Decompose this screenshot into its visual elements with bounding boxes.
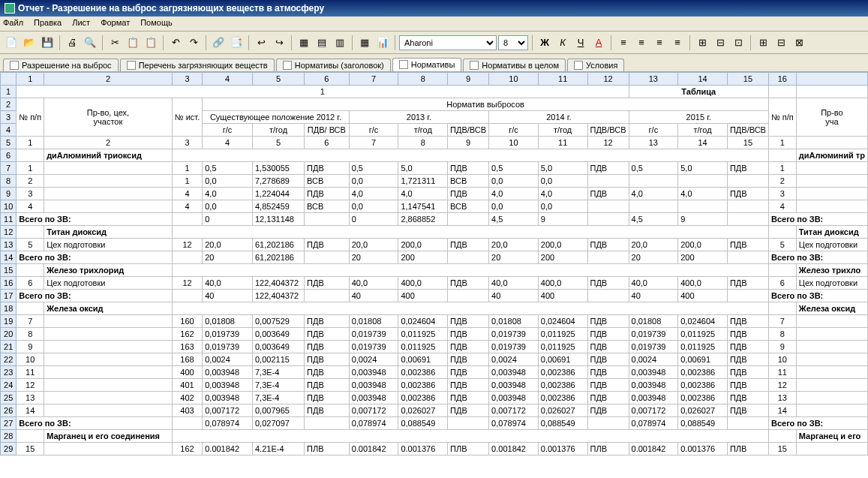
cell[interactable]: 400 <box>172 366 202 379</box>
cell[interactable] <box>796 200 867 213</box>
cell[interactable]: 4 <box>203 137 253 149</box>
tb-b3[interactable]: ⊠ <box>791 35 807 51</box>
cell[interactable]: ПДВ <box>727 379 768 392</box>
cell[interactable]: 0,019739 <box>203 328 253 341</box>
cell[interactable]: 0,007172 <box>349 404 398 417</box>
cell[interactable]: 0,019739 <box>349 328 398 341</box>
cell[interactable]: 25 <box>1 392 17 404</box>
tb-paste[interactable]: 📋 <box>143 35 159 51</box>
cell[interactable]: 0,026027 <box>398 404 448 417</box>
cell[interactable] <box>796 162 867 175</box>
cell[interactable]: 7 <box>1 162 17 175</box>
tab-2[interactable]: Нормативы (заголовок) <box>276 59 391 71</box>
cell[interactable]: 0,007172 <box>489 404 539 417</box>
cell[interactable]: 13 <box>17 392 44 404</box>
cell[interactable] <box>796 366 867 379</box>
cell[interactable]: ПДВ <box>587 392 629 404</box>
cell[interactable]: 400,0 <box>538 277 587 290</box>
cell[interactable] <box>768 302 796 315</box>
cell[interactable] <box>727 290 768 302</box>
cell[interactable]: 0,0024 <box>629 353 678 366</box>
tb-copy[interactable]: 📋 <box>125 35 141 51</box>
cell[interactable] <box>796 73 867 86</box>
cell[interactable]: 9 <box>768 341 796 353</box>
cell[interactable]: Всего по ЗВ: <box>17 290 173 302</box>
cell[interactable] <box>172 226 768 239</box>
cell[interactable]: 4,0 <box>538 188 587 200</box>
cell[interactable]: т/год <box>538 124 587 137</box>
tb-m2[interactable]: ⊟ <box>712 35 728 51</box>
cell[interactable]: 4,0 <box>489 188 539 200</box>
cell[interactable]: 400,0 <box>678 277 728 290</box>
cell[interactable]: 200 <box>678 251 728 264</box>
cell[interactable]: 0,003948 <box>203 392 253 404</box>
cell[interactable]: 0,002386 <box>398 379 448 392</box>
cell[interactable]: 0,003649 <box>252 328 304 341</box>
cell[interactable]: 0,027097 <box>252 417 304 430</box>
cell[interactable] <box>678 175 728 188</box>
cell[interactable]: ПДВ <box>305 239 350 251</box>
cell[interactable]: 0,003948 <box>349 366 398 379</box>
cell[interactable]: ПДВ <box>305 341 350 353</box>
cell[interactable]: 0,011925 <box>398 341 448 353</box>
cell[interactable]: 163 <box>172 341 202 353</box>
cell[interactable]: г/с <box>349 124 398 137</box>
cell[interactable]: 2 <box>1 98 17 111</box>
cell[interactable]: 18 <box>1 302 17 315</box>
tb-fwd[interactable]: ↪ <box>271 35 287 51</box>
cell[interactable]: ПДВ <box>448 162 489 175</box>
tb-al3[interactable]: ≡ <box>651 35 668 51</box>
cell[interactable]: 400 <box>398 290 448 302</box>
cell[interactable]: Железо трихло <box>796 264 867 277</box>
cell[interactable]: 0,003948 <box>489 392 539 404</box>
cell[interactable]: 0,002386 <box>538 366 587 379</box>
cell[interactable]: 122,404372 <box>252 277 304 290</box>
cell[interactable]: 4 <box>17 200 44 213</box>
cell[interactable]: № п/п <box>17 98 44 137</box>
cell[interactable]: 162 <box>172 443 202 455</box>
tb-al2[interactable]: ≡ <box>633 35 650 51</box>
cell[interactable]: 0 <box>203 213 253 226</box>
cell[interactable]: 29 <box>1 443 17 455</box>
cell[interactable]: 5,0 <box>678 162 728 175</box>
tb-m3[interactable]: ⊡ <box>730 35 746 51</box>
cell[interactable]: ПДВ/ВСВ <box>727 124 768 137</box>
cell[interactable]: 10 <box>1 200 17 213</box>
cell[interactable]: 5 <box>17 239 44 251</box>
cell[interactable] <box>44 392 173 404</box>
cell[interactable]: 8 <box>398 137 448 149</box>
cell[interactable]: 0,011925 <box>538 328 587 341</box>
cell[interactable]: 400 <box>538 290 587 302</box>
font-size-select[interactable]: 8 <box>498 35 528 50</box>
cell[interactable]: 6 <box>305 137 350 149</box>
menu-file[interactable]: Файл <box>3 18 23 29</box>
cell[interactable]: 20 <box>629 251 678 264</box>
cell[interactable]: ПДВ/ВСВ <box>587 124 629 137</box>
cell[interactable]: 0,003948 <box>629 379 678 392</box>
cell[interactable]: 12 <box>1 226 17 239</box>
cell[interactable]: г/с <box>489 124 539 137</box>
cell[interactable] <box>768 430 796 443</box>
cell[interactable]: 0.001842 <box>489 443 539 455</box>
cell[interactable]: ПДВ <box>727 404 768 417</box>
cell[interactable]: 0,007172 <box>629 404 678 417</box>
cell[interactable] <box>448 251 489 264</box>
cell[interactable]: 6 <box>1 149 17 162</box>
cell[interactable]: 0,00691 <box>678 353 728 366</box>
cell[interactable]: 40 <box>489 290 539 302</box>
cell[interactable]: ПДВ <box>727 366 768 379</box>
cell[interactable]: 28 <box>1 430 17 443</box>
cell[interactable] <box>727 200 768 213</box>
cell[interactable]: ПДВ/ ВСВ <box>305 124 350 137</box>
cell[interactable] <box>44 200 173 213</box>
cell[interactable]: Всего по ЗВ: <box>768 417 867 430</box>
tb-new[interactable]: 📄 <box>3 35 20 51</box>
cell[interactable]: 0,003948 <box>203 379 253 392</box>
cell[interactable] <box>17 430 44 443</box>
cell[interactable]: ПДВ <box>448 404 489 417</box>
cell[interactable]: 7,3Е-4 <box>252 379 304 392</box>
cell[interactable]: 9 <box>17 341 44 353</box>
cell[interactable]: 0,0 <box>538 200 587 213</box>
cell[interactable]: 0,026027 <box>678 404 728 417</box>
cell[interactable]: 0,003948 <box>629 366 678 379</box>
